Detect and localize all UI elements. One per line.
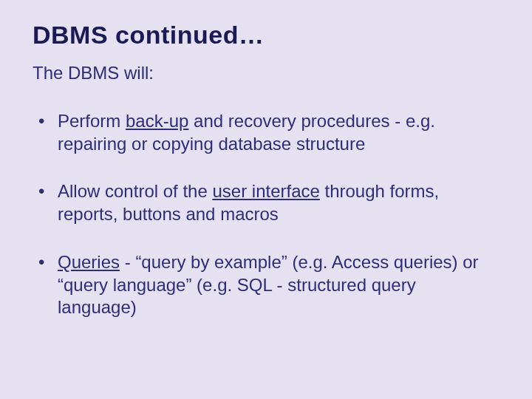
bullet-text-post: - “query by example” (e.g. Access querie…: [58, 252, 479, 317]
underlined-term: user interface: [212, 181, 319, 201]
intro-line: The DBMS will:: [33, 63, 499, 83]
bullet-item: Perform back-up and recovery procedures …: [33, 110, 499, 155]
slide: DBMS continued… The DBMS will: Perform b…: [0, 0, 532, 399]
slide-title: DBMS continued…: [33, 21, 499, 50]
bullet-text-pre: Allow control of the: [58, 181, 212, 201]
bullet-text-pre: Perform: [58, 111, 126, 131]
bullet-item: Allow control of the user interface thro…: [33, 180, 499, 225]
underlined-term: Queries: [58, 252, 120, 272]
bullet-item: Queries - “query by example” (e.g. Acces…: [33, 251, 499, 319]
underlined-term: back-up: [126, 111, 188, 131]
bullet-list: Perform back-up and recovery procedures …: [33, 110, 499, 319]
